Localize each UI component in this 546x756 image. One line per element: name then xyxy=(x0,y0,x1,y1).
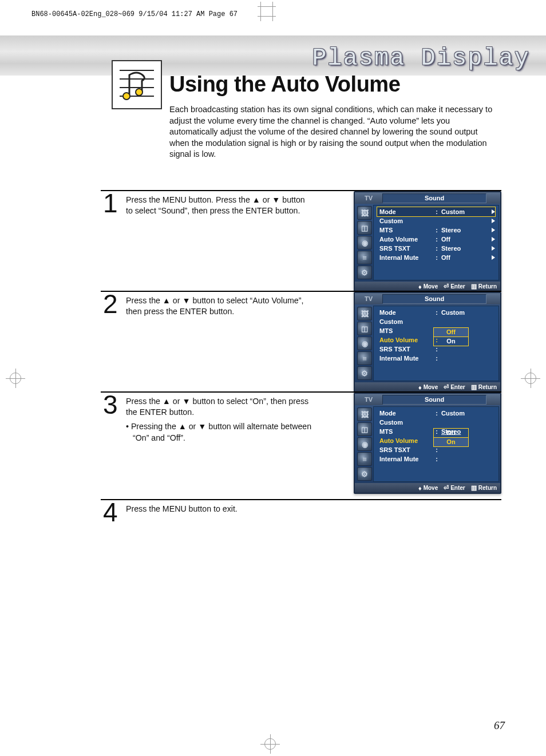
osd-list: Mode:Custom Custom MTS:Stereo Auto Volum… xyxy=(373,205,499,280)
enter-icon: ⏎ xyxy=(444,383,449,391)
updown-icon: ♦ xyxy=(418,485,422,492)
updown-icon: ♦ xyxy=(418,283,422,290)
sound-icon: ◉ xyxy=(357,236,372,250)
osd-3: TVSound 🖼 ◫ ◉ ≡ ⚙ Mode:Custom Custom MTS… xyxy=(354,393,501,494)
chevron-right-icon xyxy=(492,209,495,214)
option-on[interactable]: On xyxy=(433,337,469,346)
updown-icon: ♦ xyxy=(418,384,422,391)
return-icon: ▥ xyxy=(471,383,477,391)
step-3-bullet: • Pressing the ▲ or ▼ button will altern… xyxy=(126,421,314,443)
option-off[interactable]: Off xyxy=(433,327,469,337)
step-3: 3 Press the ▲ or ▼ button to select “On”… xyxy=(101,391,501,482)
setup-icon: ⚙ xyxy=(357,266,372,279)
chevron-right-icon xyxy=(492,237,495,242)
step-3-number: 3 xyxy=(103,391,118,418)
banner: Plasma Display xyxy=(0,35,546,76)
crop-mark-bottom xyxy=(260,734,280,754)
pip-icon: ◫ xyxy=(357,422,372,436)
step-1-text: Press the MENU button. Press the ▲ or ▼ … xyxy=(126,195,314,216)
osd-footer: ♦Move ⏎Enter ▥Return xyxy=(355,282,500,291)
channel-icon: ≡ xyxy=(357,452,372,466)
osd-row-srs[interactable]: SRS TSXT:Stereo xyxy=(377,244,495,253)
osd-row-mode[interactable]: Mode:Custom xyxy=(377,308,495,317)
step-2: 2 Press the ▲ or ▼ button to select “Aut… xyxy=(101,291,501,381)
step-1: 1 Press the MENU button. Press the ▲ or … xyxy=(101,190,501,280)
chevron-right-icon xyxy=(492,246,495,251)
osd-header: TV Sound xyxy=(355,192,500,204)
intro-text: Each broadcasting station has its own si… xyxy=(169,104,497,160)
step-2-number: 2 xyxy=(103,291,118,317)
channel-icon: ≡ xyxy=(357,251,372,264)
osd-sidebar: 🖼 ◫ ◉ ≡ ⚙ xyxy=(356,205,373,280)
channel-icon: ≡ xyxy=(357,351,372,365)
return-icon: ▥ xyxy=(471,283,477,290)
sound-notes-icon xyxy=(112,60,162,109)
banner-title: Plasma Display xyxy=(312,45,530,72)
step-4-number: 4 xyxy=(103,499,118,525)
osd-row-mute[interactable]: Internal Mute:Off xyxy=(377,253,495,262)
osd-tv-label: TV xyxy=(355,195,382,201)
osd-title: Sound xyxy=(382,193,486,203)
print-header: BN68-00645A-02Eng_028~069 9/15/04 11:27 … xyxy=(31,10,238,18)
page-number: 67 xyxy=(494,719,505,732)
chevron-right-icon xyxy=(492,219,495,223)
step-1-number: 1 xyxy=(103,190,118,216)
steps-container: 1 Press the MENU button. Press the ▲ or … xyxy=(101,190,501,537)
crop-mark-left xyxy=(6,369,25,388)
picture-icon: 🖼 xyxy=(357,407,372,421)
pip-icon: ◫ xyxy=(357,322,372,335)
step-4: 4 Press the MENU button to exit. xyxy=(101,499,501,527)
picture-icon: 🖼 xyxy=(357,206,372,220)
setup-icon: ⚙ xyxy=(357,366,372,380)
osd-1: TV Sound 🖼 ◫ ◉ ≡ ⚙ Mode:Custom Custom MT… xyxy=(354,191,501,292)
osd-row-custom[interactable]: Custom xyxy=(377,317,495,326)
chevron-right-icon xyxy=(492,255,495,260)
step-2-text: Press the ▲ or ▼ button to select “Auto … xyxy=(126,295,314,317)
sound-icon: ◉ xyxy=(357,337,372,350)
osd-row-custom[interactable]: Custom xyxy=(377,418,495,427)
osd-2: TVSound 🖼 ◫ ◉ ≡ ⚙ Mode:Custom Custom MTS… xyxy=(354,292,501,393)
page-title: Using the Auto Volume xyxy=(169,72,400,97)
step-4-text: Press the MENU button to exit. xyxy=(126,504,314,514)
crop-mark-right xyxy=(521,369,540,388)
pip-icon: ◫ xyxy=(357,221,372,235)
enter-icon: ⏎ xyxy=(444,283,449,290)
svg-point-0 xyxy=(123,93,130,100)
page: BN68-00645A-02Eng_028~069 9/15/04 11:27 … xyxy=(0,0,546,756)
option-off[interactable]: Off xyxy=(433,428,469,438)
osd-row-autovol[interactable]: Auto Volume:Off xyxy=(377,235,495,244)
osd-row-mute[interactable]: Internal Mute: xyxy=(377,454,495,464)
option-on[interactable]: On xyxy=(433,437,469,447)
enter-icon: ⏎ xyxy=(444,484,449,492)
osd-row-mute[interactable]: Internal Mute: xyxy=(377,354,495,363)
crop-mark-top xyxy=(260,2,273,21)
sound-icon: ◉ xyxy=(357,437,372,451)
osd-row-mts[interactable]: MTS:Stereo xyxy=(377,225,495,235)
osd-row-custom[interactable]: Custom xyxy=(377,216,495,225)
osd-row-mode[interactable]: Mode:Custom xyxy=(377,409,495,418)
setup-icon: ⚙ xyxy=(357,467,372,481)
return-icon: ▥ xyxy=(471,484,477,492)
chevron-right-icon xyxy=(492,228,495,232)
step-3-text: Press the ▲ or ▼ button to select “On”, … xyxy=(126,396,314,444)
svg-point-1 xyxy=(136,89,143,96)
osd-row-mode[interactable]: Mode:Custom xyxy=(377,207,496,217)
picture-icon: 🖼 xyxy=(357,307,372,320)
